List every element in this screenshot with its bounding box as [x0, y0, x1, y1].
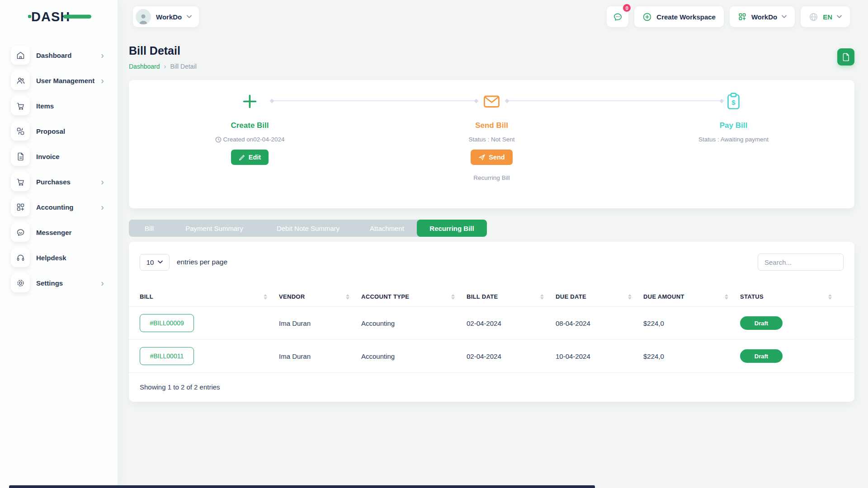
create-workspace-button[interactable]: Create Workspace — [634, 6, 724, 27]
notifications-button[interactable]: 0 — [607, 6, 628, 27]
home-icon — [11, 46, 30, 65]
avatar — [136, 9, 151, 24]
sidebar: DASH Dashboard › User Management › Items — [0, 0, 118, 488]
tab-recurring-bill[interactable]: Recurring Bill — [417, 220, 487, 237]
account-type-cell: Accounting — [361, 319, 467, 327]
column-header-bill[interactable]: BILL — [140, 293, 279, 300]
tab-debit-note-summary[interactable]: Debit Note Summary — [259, 220, 357, 237]
vendor-cell: Ima Duran — [279, 352, 361, 360]
sidebar-item-label: Settings — [36, 279, 63, 287]
pencil-icon — [239, 154, 245, 161]
sidebar-item-proposal[interactable]: Proposal — [0, 118, 118, 144]
recurring-bill-table-card: 10 entries per page BILL VENDOR ACCOUNT … — [129, 242, 854, 402]
due-date-cell: 10-04-2024 — [556, 352, 643, 360]
sidebar-item-items[interactable]: Items — [0, 93, 118, 118]
account-type-cell: Accounting — [361, 352, 467, 360]
table-row: #BILL00009 Ima Duran Accounting 02-04-20… — [129, 307, 854, 340]
bill-workflow-card: Create Bill Created on02-04-2024 Edit Se… — [129, 80, 854, 208]
send-bill-button[interactable]: Send — [471, 150, 512, 165]
language-label: EN — [823, 13, 832, 21]
sidebar-item-user-management[interactable]: User Management › — [0, 68, 118, 93]
sort-icon — [828, 294, 832, 300]
mail-icon — [483, 92, 500, 110]
sidebar-item-invoice[interactable]: Invoice — [0, 144, 118, 169]
chevron-down-icon — [837, 15, 842, 19]
svg-text:$: $ — [731, 99, 736, 106]
sort-icon — [264, 294, 267, 300]
export-document-button[interactable] — [837, 48, 854, 66]
bill-number-link[interactable]: #BILL00009 — [140, 314, 194, 332]
edit-bill-button[interactable]: Edit — [231, 150, 269, 165]
due-amount-cell: $224,0 — [643, 352, 740, 360]
chevron-right-icon: › — [101, 76, 104, 85]
sidebar-nav: Dashboard › User Management › Items Prop… — [0, 42, 118, 296]
column-header-bill-date[interactable]: BILL DATE — [467, 293, 556, 300]
sidebar-item-purchases[interactable]: Purchases › — [0, 169, 118, 194]
step-create-bill: Create Bill Created on02-04-2024 Edit — [129, 80, 371, 208]
chevron-down-icon — [782, 15, 787, 19]
clock-icon — [215, 136, 222, 143]
step-status: Created on02-04-2024 — [215, 136, 285, 143]
chevron-right-icon: › — [101, 51, 104, 60]
breadcrumb-current: Bill Detail — [170, 63, 197, 70]
sidebar-item-label: Proposal — [36, 127, 65, 135]
due-date-cell: 08-04-2024 — [556, 319, 643, 327]
column-header-account-type[interactable]: ACCOUNT TYPE — [361, 293, 467, 300]
column-header-vendor[interactable]: VENDOR — [279, 293, 361, 300]
sidebar-item-messenger[interactable]: Messenger — [0, 220, 118, 245]
bill-date-cell: 02-04-2024 — [467, 352, 556, 360]
sidebar-item-helpdesk[interactable]: Helpdesk — [0, 245, 118, 270]
sidebar-item-accounting[interactable]: Accounting › — [0, 194, 118, 220]
status-badge: Draft — [740, 349, 783, 363]
sidebar-item-label: Accounting — [36, 203, 74, 211]
step-title: Send Bill — [475, 121, 508, 130]
bill-number-link[interactable]: #BILL00011 — [140, 347, 194, 365]
column-header-due-amount[interactable]: DUE AMOUNT — [643, 293, 740, 300]
entries-value: 10 — [146, 258, 154, 266]
workspace-switcher[interactable]: WorkDo — [133, 6, 199, 27]
sort-icon — [346, 294, 349, 300]
document-icon — [11, 147, 30, 166]
step-pay-bill: $ Pay Bill Status : Awaiting payment — [613, 80, 854, 208]
sidebar-item-dashboard[interactable]: Dashboard › — [0, 42, 118, 68]
sidebar-item-label: Messenger — [36, 229, 71, 236]
paper-plane-icon — [478, 154, 486, 161]
plus-icon — [242, 92, 258, 110]
file-icon — [842, 53, 850, 61]
sort-icon — [540, 294, 544, 300]
topbar-actions: 0 Create Workspace WorkDo EN — [607, 6, 850, 27]
tab-attachment[interactable]: Attachment — [357, 220, 417, 237]
table-header-row: BILL VENDOR ACCOUNT TYPE BILL DATE DUE D… — [129, 287, 854, 307]
dash-logo-icon: DASH — [28, 8, 96, 25]
tab-payment-summary[interactable]: Payment Summary — [170, 220, 259, 237]
column-header-due-date[interactable]: DUE DATE — [556, 293, 643, 300]
breadcrumb: Dashboard › Bill Detail — [129, 62, 854, 70]
step-send-bill: Send Bill Status : Not Sent Send Recurri… — [371, 80, 613, 208]
entries-per-page-select[interactable]: 10 — [140, 254, 170, 271]
recurring-bill-note: Recurring Bill — [473, 174, 509, 181]
sort-icon — [451, 294, 455, 300]
workspace-name: WorkDo — [156, 13, 182, 21]
bill-clipboard-icon: $ — [726, 92, 741, 110]
notification-badge: 0 — [622, 3, 632, 13]
sidebar-item-label: Invoice — [36, 153, 60, 160]
users-icon — [11, 71, 30, 90]
language-selector[interactable]: EN — [801, 6, 850, 27]
vendor-cell: Ima Duran — [279, 319, 361, 327]
breadcrumb-dashboard-link[interactable]: Dashboard — [129, 63, 160, 70]
entries-per-page-label: entries per page — [177, 258, 227, 266]
swap-squares-icon — [11, 122, 30, 141]
sort-icon — [628, 294, 632, 300]
brand-logo[interactable]: DASH — [28, 8, 96, 25]
sidebar-item-settings[interactable]: Settings › — [0, 270, 118, 296]
app-switcher[interactable]: WorkDo — [730, 6, 795, 27]
table-row: #BILL00011 Ima Duran Accounting 02-04-20… — [129, 340, 854, 373]
table-controls: 10 entries per page — [129, 253, 854, 271]
search-input[interactable] — [758, 253, 844, 271]
sort-icon — [725, 294, 728, 300]
chat-bubble-icon — [11, 223, 30, 242]
step-status: Status : Awaiting payment — [698, 136, 769, 143]
tab-bill[interactable]: Bill — [129, 220, 170, 237]
column-header-status[interactable]: STATUS — [740, 293, 844, 300]
chevron-right-icon: › — [164, 62, 166, 70]
